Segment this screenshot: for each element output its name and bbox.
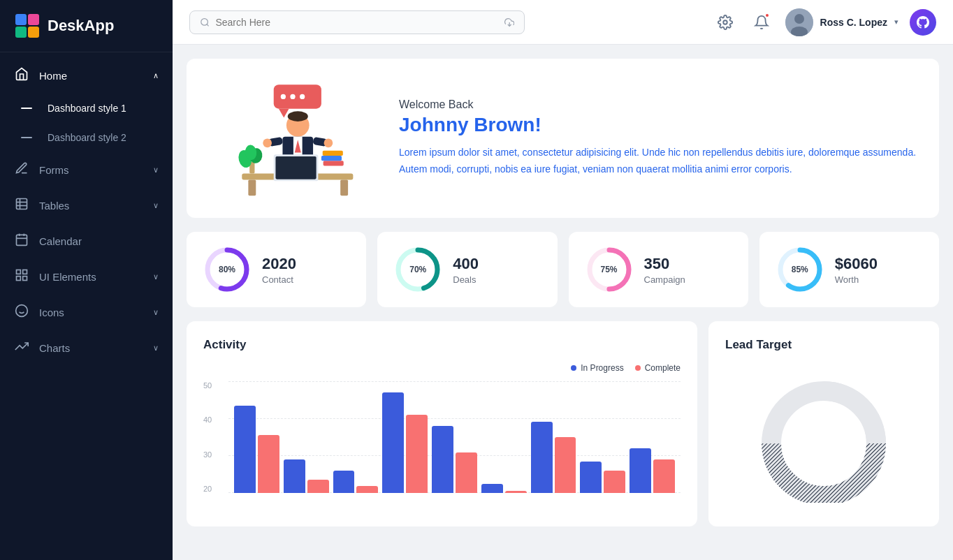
settings-button[interactable] — [713, 10, 738, 35]
sidebar-item-dashboard1-label: Dashboard style 1 — [48, 103, 159, 114]
avatar — [785, 8, 813, 36]
sidebar-item-dashboard1[interactable]: Dashboard style 1 — [0, 94, 173, 123]
bar-red — [356, 486, 378, 493]
lead-title: Lead Target — [725, 338, 922, 352]
sidebar: DeskApp Home ∧ Dashboard style 1 Dashboa… — [0, 0, 173, 560]
stat-circle: 75% — [585, 246, 633, 293]
bar-group — [382, 392, 428, 493]
header: Ross C. Lopez ▾ — [173, 0, 953, 45]
svg-rect-47 — [323, 151, 343, 156]
logo-icon — [14, 13, 41, 39]
sidebar-item-ui-label: UI Elements — [39, 271, 143, 283]
bar-group — [284, 459, 329, 493]
activity-title: Activity — [203, 338, 681, 352]
bar-group — [432, 426, 477, 493]
chart-legend: In Progress Complete — [203, 363, 681, 373]
legend-dot-complete — [635, 365, 641, 371]
stat-value: 2020 — [262, 255, 296, 273]
welcome-sub: Welcome Back — [399, 98, 917, 111]
svg-point-27 — [281, 94, 286, 99]
bar-group — [481, 484, 527, 493]
gear-icon — [718, 15, 733, 30]
sidebar-item-forms[interactable]: Forms ∨ — [0, 152, 173, 188]
user-name: Ross C. Lopez — [820, 17, 887, 28]
svg-rect-0 — [15, 14, 27, 25]
bar-group — [531, 422, 576, 493]
bar-blue — [630, 448, 651, 493]
stat-info: 350 Campaign — [644, 255, 685, 285]
tables-icon — [14, 197, 29, 214]
calendar-icon — [14, 233, 29, 250]
stat-card-contact: 80% 2020 Contact — [187, 232, 366, 307]
stat-circle: 85% — [776, 246, 824, 293]
bar-group — [333, 471, 379, 493]
legend-dot-progress — [571, 365, 576, 371]
stat-label: Deals — [453, 274, 479, 285]
chevron-down-icon: ∨ — [153, 308, 159, 317]
bar-blue — [481, 484, 503, 493]
svg-point-29 — [300, 94, 305, 99]
svg-point-22 — [723, 20, 727, 24]
svg-point-32 — [288, 111, 308, 121]
lead-card: Lead Target — [708, 321, 939, 526]
y-axis: 20 30 40 50 — [203, 381, 212, 493]
app-name: DeskApp — [48, 17, 114, 35]
bar-group — [630, 448, 675, 493]
sidebar-item-dashboard2-label: Dashboard style 2 — [48, 132, 159, 143]
welcome-description: Lorem ipsum dolor sit amet, consectetur … — [399, 145, 917, 178]
sidebar-item-ui[interactable]: UI Elements ∨ — [0, 259, 173, 295]
chevron-down-icon: ∨ — [153, 344, 159, 353]
legend-item-progress: In Progress — [571, 363, 623, 373]
sidebar-item-dashboard2[interactable]: Dashboard style 2 — [0, 123, 173, 152]
stat-card-deals: 70% 400 Deals — [377, 232, 557, 307]
lead-donut — [725, 363, 922, 510]
search-bar[interactable] — [189, 10, 525, 34]
bar-red — [653, 459, 675, 493]
bar-red — [406, 415, 428, 493]
sidebar-item-tables[interactable]: Tables ∨ — [0, 188, 173, 223]
user-info[interactable]: Ross C. Lopez ▾ — [785, 8, 899, 36]
sidebar-item-charts[interactable]: Charts ∨ — [0, 330, 173, 366]
notifications-button[interactable] — [749, 10, 774, 35]
bar-blue — [580, 462, 602, 493]
notification-badge — [764, 13, 770, 18]
svg-point-39 — [324, 138, 333, 147]
bottom-row: Activity In Progress Complete 20 — [187, 321, 939, 526]
github-icon — [917, 16, 929, 29]
svg-rect-12 — [17, 270, 21, 274]
bar-red — [307, 480, 329, 493]
dash-icon — [21, 137, 32, 138]
svg-rect-13 — [23, 270, 27, 274]
bar-group — [580, 462, 625, 493]
stat-percent-label: 75% — [600, 265, 617, 274]
bar-blue — [382, 392, 404, 493]
svg-rect-45 — [323, 161, 344, 165]
legend-label-progress: In Progress — [581, 363, 623, 373]
stat-label: Campaign — [644, 274, 685, 285]
donut-chart — [754, 377, 894, 503]
bar-chart: 20 30 40 50 — [203, 381, 681, 493]
svg-point-38 — [263, 138, 272, 147]
welcome-illustration — [209, 75, 377, 201]
sidebar-logo[interactable]: DeskApp — [0, 0, 173, 52]
sidebar-nav: Home ∧ Dashboard style 1 Dashboard style… — [0, 52, 173, 560]
bar-red — [258, 435, 279, 493]
sidebar-item-home-label: Home — [39, 70, 143, 82]
dash-icon — [21, 108, 32, 109]
stat-value: $6060 — [835, 255, 878, 273]
sidebar-item-icons[interactable]: Icons ∨ — [0, 295, 173, 330]
sidebar-item-home[interactable]: Home ∧ — [0, 58, 173, 94]
stat-percent-label: 70% — [409, 265, 426, 274]
svg-marker-30 — [279, 109, 289, 118]
sidebar-item-calendar[interactable]: Calendar — [0, 223, 173, 259]
svg-rect-41 — [248, 180, 256, 196]
svg-point-16 — [16, 305, 28, 317]
stat-percent-label: 85% — [792, 265, 808, 274]
svg-rect-8 — [17, 235, 27, 245]
search-input[interactable] — [215, 17, 498, 28]
bar-red — [604, 471, 625, 493]
bar-blue — [432, 426, 453, 493]
svg-rect-14 — [23, 277, 27, 281]
stat-info: 2020 Contact — [262, 255, 296, 285]
github-button[interactable] — [910, 9, 936, 36]
